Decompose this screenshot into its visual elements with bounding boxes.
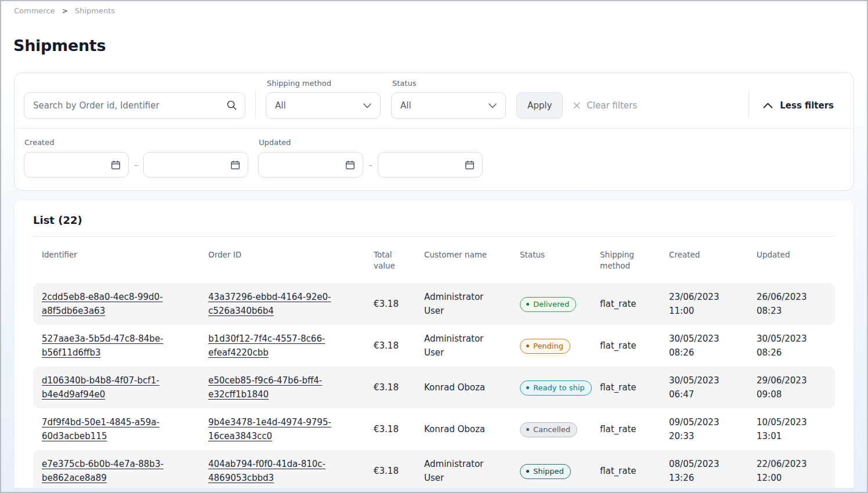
status-badge: Cancelled	[520, 422, 577, 437]
updated-from-input[interactable]	[258, 152, 363, 177]
apply-button[interactable]: Apply	[516, 92, 563, 119]
created-at: 30/05/202308:26	[660, 325, 748, 366]
filters-panel: Shipping method All Status All Apply	[14, 72, 854, 191]
status-field: Status All	[391, 79, 506, 119]
status-dot-icon	[526, 303, 529, 306]
status-dot-icon	[526, 470, 529, 473]
total-value: €3.18	[365, 374, 415, 401]
created-at: 09/05/202320:33	[660, 409, 748, 449]
total-value: €3.18	[365, 332, 415, 359]
search-icon	[226, 100, 237, 111]
identifier-link[interactable]: d106340b-b4b8-4f07-bcf1-b4e4d9af94e0	[42, 375, 160, 400]
search-field	[24, 92, 245, 119]
order-id-link[interactable]: 43a37296-ebbd-4164-92e0-c526a340b6b4	[208, 292, 331, 316]
order-id-link[interactable]: b1d30f12-7f4c-4557-8c66-efeaf4220cbb	[208, 334, 325, 358]
range-dash: –	[368, 160, 372, 169]
created-from-input[interactable]	[24, 152, 129, 177]
col-identifier: Identifier	[33, 245, 200, 276]
clear-filters-button[interactable]: Clear filters	[572, 92, 637, 119]
calendar-icon	[345, 160, 355, 170]
updated-at: 22/06/202312:00	[748, 451, 835, 488]
breadcrumb-separator-icon: >	[62, 7, 68, 15]
identifier-link[interactable]: 527aae3a-5b5d-47c8-84be-b56f11d6ffb3	[42, 334, 163, 358]
range-dash: –	[134, 160, 138, 169]
table-row: 2cdd5eb8-e8a0-4ec8-99d0-a8f5db6e3a63 43a…	[33, 283, 835, 325]
table-row: e7e375cb-6b0b-4e7a-88b3-be862ace8a89 404…	[33, 450, 835, 488]
search-input[interactable]	[24, 92, 245, 119]
order-id-link[interactable]: 404ab794-f0f0-41da-810c-4869053cbbd3	[208, 459, 326, 483]
updated-at: 30/05/202308:26	[748, 325, 835, 366]
total-value: €3.18	[365, 458, 415, 484]
col-status: Status	[511, 245, 591, 276]
col-created: Created	[660, 245, 748, 276]
updated-at: 26/06/202308:23	[748, 284, 835, 324]
filter-divider	[255, 90, 256, 119]
shipping-method-label: Shipping method	[267, 79, 381, 88]
status-badge: Pending	[520, 339, 570, 354]
created-label: Created	[24, 138, 248, 147]
status-select[interactable]: All	[391, 92, 506, 119]
shipping-method: flat_rate	[591, 416, 660, 443]
shipping-method: flat_rate	[591, 374, 660, 401]
customer-name: Administrator User	[415, 451, 511, 488]
created-at: 30/05/202306:47	[660, 367, 748, 408]
updated-at: 29/06/202309:08	[748, 367, 835, 408]
customer-name: Administrator User	[415, 325, 511, 366]
calendar-icon	[465, 160, 475, 170]
status-dot-icon	[526, 345, 529, 347]
table-row: 7df9f4bd-50e1-4845-a59a-60d3acbeb115 9b4…	[33, 408, 835, 450]
breadcrumb-item-commerce[interactable]: Commerce	[14, 6, 55, 15]
less-filters-label: Less filters	[780, 100, 834, 111]
shipping-method: flat_rate	[591, 458, 660, 484]
shipping-method: flat_rate	[591, 291, 660, 317]
order-id-link[interactable]: e50ceb85-f9c6-47b6-bff4-e32cff1b1840	[208, 375, 322, 400]
list-title: List (22)	[33, 214, 835, 226]
identifier-link[interactable]: 7df9f4bd-50e1-4845-a59a-60d3acbeb115	[42, 417, 160, 441]
status-badge: Ready to ship	[520, 380, 592, 396]
status-dot-icon	[526, 428, 529, 431]
shipping-method: flat_rate	[591, 332, 660, 359]
total-value: €3.18	[365, 291, 415, 317]
col-customer-name: Customer name	[415, 245, 511, 276]
shipping-method-select[interactable]: All	[266, 92, 381, 119]
calendar-icon	[111, 160, 121, 170]
updated-at: 10/05/202313:01	[748, 409, 835, 449]
updated-range-field: Updated –	[258, 138, 483, 177]
shipments-list-panel: List (22) Identifier Order ID Total valu…	[14, 200, 854, 488]
status-dot-icon	[526, 386, 529, 389]
identifier-link[interactable]: e7e375cb-6b0b-4e7a-88b3-be862ace8a89	[42, 459, 164, 483]
updated-to-input[interactable]	[378, 152, 483, 177]
less-filters-toggle[interactable]: Less filters	[763, 92, 834, 119]
shipping-method-value: All	[275, 100, 286, 111]
identifier-link[interactable]: 2cdd5eb8-e8a0-4ec8-99d0-a8f5db6e3a63	[42, 292, 163, 316]
chevron-up-icon	[763, 103, 773, 108]
customer-name: Konrad Oboza	[415, 416, 511, 443]
table-row: 527aae3a-5b5d-47c8-84be-b56f11d6ffb3 b1d…	[33, 325, 835, 367]
created-at: 08/05/202313:26	[660, 451, 748, 488]
updated-label: Updated	[259, 138, 483, 147]
created-at: 23/06/202311:00	[660, 284, 748, 324]
table-header-row: Identifier Order ID Total value Customer…	[33, 237, 835, 283]
chevron-down-icon	[363, 103, 371, 108]
filters-date-row: Created –	[15, 129, 853, 190]
status-label: Status	[392, 79, 506, 88]
status-badge: Delivered	[520, 297, 576, 312]
customer-name: Administrator User	[415, 284, 511, 324]
col-shipping-method: Shipping method	[591, 245, 660, 276]
close-icon	[572, 101, 581, 110]
status-value: All	[400, 100, 411, 111]
breadcrumb-item-shipments[interactable]: Shipments	[75, 6, 115, 15]
page-title: Shipments	[13, 37, 867, 55]
order-id-link[interactable]: 9b4e3478-1e4d-4974-9795-16cea3843cc0	[208, 417, 331, 441]
table-row: d106340b-b4b8-4f07-bcf1-b4e4d9af94e0 e50…	[33, 367, 835, 408]
col-order-id: Order ID	[200, 245, 365, 276]
filter-divider	[748, 90, 749, 119]
breadcrumb: Commerce > Shipments	[1, 1, 867, 15]
filters-main-row: Shipping method All Status All Apply	[15, 73, 853, 128]
created-to-input[interactable]	[143, 152, 248, 177]
shipping-method-field: Shipping method All	[266, 79, 381, 119]
customer-name: Konrad Oboza	[415, 374, 511, 401]
chevron-down-icon	[489, 103, 497, 108]
total-value: €3.18	[365, 416, 415, 443]
status-badge: Shipped	[520, 464, 571, 479]
